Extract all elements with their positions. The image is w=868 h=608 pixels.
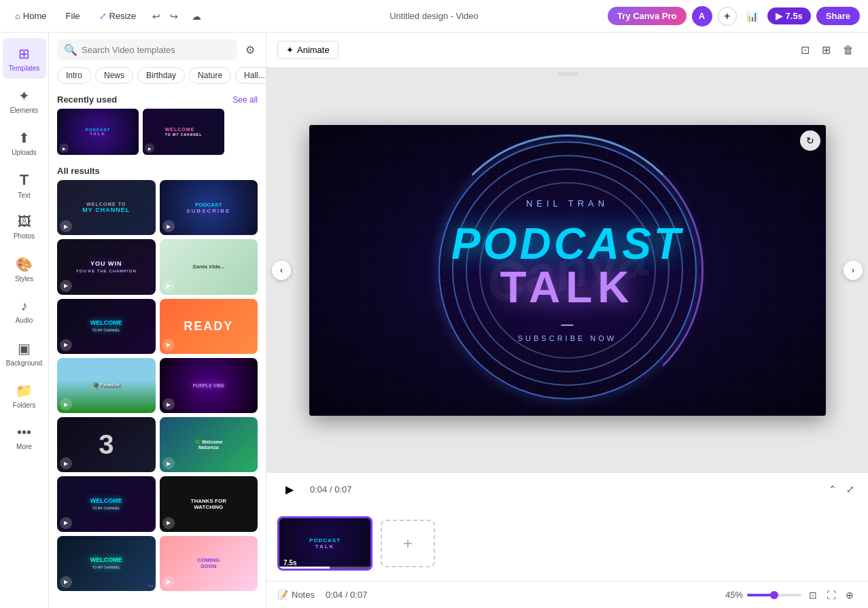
play-icon: ▶ xyxy=(59,143,69,153)
scene-thumbnail-1[interactable]: PODCAST TALK 7.5s xyxy=(277,516,372,571)
zoom-dot xyxy=(770,591,778,599)
tag-bar: Intro News Birthday Nature Hall... xyxy=(49,67,266,90)
see-all-link[interactable]: See all xyxy=(232,95,258,105)
sidebar-item-label: Audio xyxy=(16,317,33,324)
template-card-podcast-blue[interactable]: PODCAST SUBSCRIBE ▶ xyxy=(160,180,258,235)
animate-button[interactable]: ✦ Animate xyxy=(277,41,338,59)
view-grid-button[interactable]: ⊞ xyxy=(818,40,834,60)
timeline-play-button[interactable]: ▶ xyxy=(277,477,302,501)
add-scene-button[interactable]: + xyxy=(381,520,435,567)
sidebar-item-elements[interactable]: ✦ Elements xyxy=(3,80,46,121)
timeline-hide-button[interactable]: ⌃ xyxy=(826,481,839,497)
sidebar-item-styles[interactable]: 🎨 Styles xyxy=(3,249,46,289)
templates-icon: ⊞ xyxy=(18,46,30,62)
sidebar-item-label: Photos xyxy=(14,232,35,240)
avatar-button[interactable]: A xyxy=(692,6,712,26)
delete-button[interactable]: 🗑 xyxy=(839,40,857,60)
template-card-pink-gradient[interactable]: COMINGSOON ▶ xyxy=(160,536,258,591)
filter-button[interactable]: ⚙ xyxy=(243,41,258,59)
template-card-ready[interactable]: READY ▶ xyxy=(160,299,258,354)
timeline-expand-button[interactable]: ⤢ xyxy=(844,481,857,497)
template-card-beach[interactable]: 🌴 Paradise ▶ xyxy=(57,358,156,413)
template-card-thanks[interactable]: THANKS FORWATCHING ▶ xyxy=(160,476,258,531)
styles-icon: 🎨 xyxy=(16,256,33,272)
search-input[interactable] xyxy=(82,45,230,55)
resize-button[interactable]: ⤢ Resize xyxy=(92,8,143,24)
redo-button[interactable]: ↪ xyxy=(166,8,182,24)
view-buttons: ⊡ ⛶ ⊕ xyxy=(805,588,857,603)
cloud-save-button[interactable]: ☁ xyxy=(188,8,205,24)
canvas-scroll-top[interactable] xyxy=(557,72,578,76)
timer-button[interactable]: ▶ 7.5s xyxy=(767,7,811,24)
sidebar-item-label: Styles xyxy=(15,275,33,283)
view-present-button[interactable]: ⊕ xyxy=(842,588,857,603)
view-fullscreen-button[interactable]: ⛶ xyxy=(823,588,839,603)
play-icon: ▶ xyxy=(162,576,175,588)
undo-button[interactable]: ↩ xyxy=(148,8,164,24)
play-icon: ▶ xyxy=(60,339,72,351)
recent-template-podcast-talk[interactable]: PODCAST TALK ▶ xyxy=(57,109,139,155)
template-card-you-win[interactable]: YOU WINYOU'RE THE CHAMPION ▶ xyxy=(57,239,156,294)
video-canvas[interactable]: Canva NEIL TRAN PODCAST TALK — SUBSCRIBE… xyxy=(309,125,826,416)
canvas-toolbar: ✦ Animate ⊡ ⊞ 🗑 xyxy=(266,33,868,68)
template-card-aerial[interactable]: 🌿 WelcomeNatureza ▶ xyxy=(160,417,258,472)
sidebar-item-audio[interactable]: ♪ Audio xyxy=(3,291,46,332)
play-icon: ▶ xyxy=(60,280,72,292)
sidebar-item-templates[interactable]: ⊞ Templates xyxy=(3,38,46,79)
zoom-percentage: 45% xyxy=(725,590,743,600)
analytics-button[interactable]: 📊 xyxy=(742,8,762,24)
present-button[interactable]: ⊡ xyxy=(797,40,813,60)
folders-icon: 📁 xyxy=(16,382,33,399)
sidebar-item-uploads[interactable]: ⬆ Uploads xyxy=(3,122,46,163)
home-button[interactable]: ⌂ Home xyxy=(8,8,54,24)
template-card-countdown[interactable]: 3 ▶ xyxy=(57,417,156,472)
home-label: Home xyxy=(23,11,47,21)
recently-used-header: Recently used See all xyxy=(49,90,266,109)
notes-label: Notes xyxy=(292,590,315,600)
template-card-purple-vibe[interactable]: PURPLE VIBE ▶ xyxy=(160,358,258,413)
main-layout: ⊞ Templates ✦ Elements ⬆ Uploads T Text … xyxy=(0,33,868,608)
resize-icon: ⤢ xyxy=(99,11,107,21)
canvas-dash: — xyxy=(561,317,574,332)
animate-icon: ✦ xyxy=(286,45,294,55)
tag-nature[interactable]: Nature xyxy=(189,67,231,84)
collapse-panel-button[interactable]: ‹ xyxy=(272,261,291,280)
tag-intro[interactable]: Intro xyxy=(57,67,91,84)
recent-template-welcome[interactable]: WELCOMETO MY CHANNEL ▶ xyxy=(143,109,224,155)
template-card-green-light[interactable]: Santa Vida... ▶ xyxy=(160,239,258,294)
photos-icon: 🖼 xyxy=(18,214,31,230)
template-card-welcome3-teal[interactable]: WELCOMETO MY CHANNEL ▶ ⋯ xyxy=(57,536,156,591)
canvas-podcast-text: PODCAST xyxy=(451,222,683,266)
expand-panel-button[interactable]: › xyxy=(844,261,863,280)
file-button[interactable]: File xyxy=(59,8,87,24)
play-icon: ▶ xyxy=(776,11,782,21)
sidebar-item-folders[interactable]: 📁 Folders xyxy=(3,375,46,416)
sidebar-item-label: More xyxy=(16,443,32,450)
top-navigation: ⌂ Home File ⤢ Resize ↩ ↪ ☁ Untitled desi… xyxy=(0,0,868,33)
tag-news[interactable]: News xyxy=(95,67,133,84)
home-icon: ⌂ xyxy=(15,11,20,21)
canvas-area: ✦ Animate ⊡ ⊞ 🗑 ‹ xyxy=(266,33,868,608)
share-button[interactable]: Share xyxy=(816,7,860,25)
try-pro-button[interactable]: Try Canva Pro xyxy=(608,7,686,25)
notes-button[interactable]: 📝 Notes xyxy=(277,590,315,600)
canvas-main: ‹ Canva NEIL TRAN PODCAST T xyxy=(266,68,868,472)
time-display: 0:04 / 0:07 xyxy=(310,484,351,495)
view-fit-button[interactable]: ⊡ xyxy=(805,588,820,603)
add-collaborator-button[interactable]: + xyxy=(718,7,737,26)
document-title: Untitled design - Video xyxy=(389,11,479,21)
recently-used-row: PODCAST TALK ▶ WELCOMETO MY CHANNEL ▶ › xyxy=(49,109,266,162)
play-icon: ▶ xyxy=(162,517,175,529)
sidebar-item-text[interactable]: T Text xyxy=(3,164,46,205)
sidebar-item-background[interactable]: ▣ Background xyxy=(3,333,46,374)
tag-birthday[interactable]: Birthday xyxy=(137,67,185,84)
sidebar-item-more[interactable]: ••• More xyxy=(3,417,46,458)
play-icon: ▶ xyxy=(145,143,154,153)
template-card-welcome2[interactable]: WELCOMETO MY CHANNEL ▶ xyxy=(57,476,156,531)
tag-halloween[interactable]: Hall... xyxy=(235,67,266,84)
template-card-welcome-neon[interactable]: WELCOMETO MY CHANNEL ▶ xyxy=(57,299,156,354)
zoom-slider[interactable] xyxy=(747,594,801,596)
sidebar-item-photos[interactable]: 🖼 Photos xyxy=(3,207,46,247)
sidebar-item-label: Background xyxy=(6,359,42,367)
template-card-welcome-channel[interactable]: WELCOME TO MY CHANNEL ▶ xyxy=(57,180,156,235)
